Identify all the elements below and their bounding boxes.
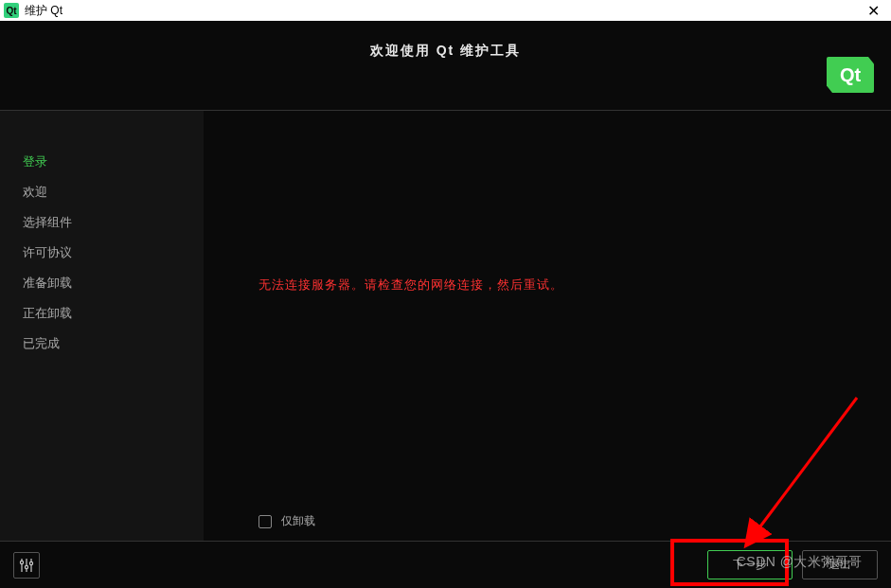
sidebar-item-welcome[interactable]: 欢迎 (0, 177, 204, 207)
next-button[interactable]: 下一步 (707, 550, 793, 579)
app-body: 欢迎使用 Qt 维护工具 Qt 登录 欢迎 选择组件 许可协议 准备卸载 正在卸… (0, 21, 891, 588)
body-row: 登录 欢迎 选择组件 许可协议 准备卸载 正在卸载 已完成 无法连接服务器。请检… (0, 111, 891, 541)
uninstall-only-checkbox[interactable] (258, 515, 272, 528)
content-area: 无法连接服务器。请检查您的网络连接，然后重试。 (204, 111, 891, 513)
main-panel: 无法连接服务器。请检查您的网络连接，然后重试。 仅卸载 (204, 111, 891, 541)
qt-logo-icon: Qt (827, 57, 874, 93)
page-title: 欢迎使用 Qt 维护工具 (370, 43, 521, 60)
uninstall-only-row: 仅卸载 (204, 513, 891, 541)
uninstall-only-label: 仅卸载 (281, 513, 315, 529)
quit-button[interactable]: 退出 (802, 550, 878, 579)
svg-point-1 (20, 561, 23, 563)
window-titlebar: Qt 维护 Qt ✕ (0, 0, 891, 21)
settings-button[interactable] (13, 552, 40, 579)
window-title: 维护 Qt (25, 3, 62, 19)
sidebar-item-license[interactable]: 许可协议 (0, 238, 204, 268)
app-icon: Qt (4, 3, 19, 18)
sidebar: 登录 欢迎 选择组件 许可协议 准备卸载 正在卸载 已完成 (0, 111, 204, 541)
sliders-icon (19, 558, 34, 573)
error-message: 无法连接服务器。请检查您的网络连接，然后重试。 (258, 276, 563, 294)
header: 欢迎使用 Qt 维护工具 Qt (0, 21, 891, 111)
svg-point-5 (29, 561, 32, 564)
sidebar-item-done[interactable]: 已完成 (0, 329, 204, 359)
sidebar-item-prepare-uninstall[interactable]: 准备卸载 (0, 268, 204, 298)
close-icon[interactable]: ✕ (867, 2, 880, 20)
svg-point-3 (25, 565, 27, 568)
footer: 下一步 退出 (0, 541, 891, 588)
sidebar-item-select-components[interactable]: 选择组件 (0, 207, 204, 238)
footer-buttons: 下一步 退出 (707, 550, 878, 579)
sidebar-item-login[interactable]: 登录 (0, 147, 204, 177)
sidebar-item-uninstalling[interactable]: 正在卸载 (0, 298, 204, 329)
